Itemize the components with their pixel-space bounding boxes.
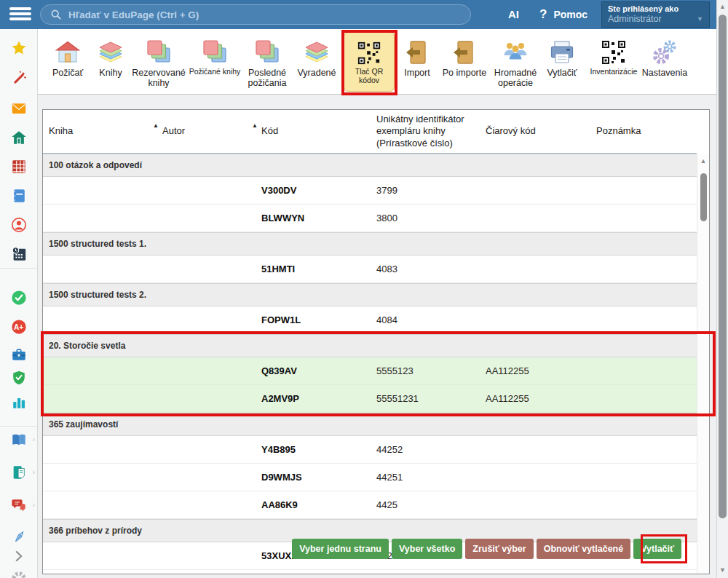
open-book-icon xyxy=(11,432,27,448)
scroll-up-icon[interactable]: ▲ xyxy=(697,157,709,165)
doc-book-icon xyxy=(11,464,27,480)
column-label: Unikátny identifikátor exempláru knihy (… xyxy=(376,114,474,149)
sidebar-item-home[interactable] xyxy=(0,129,37,146)
table-scrollbar[interactable]: ▲ ▼ xyxy=(697,154,709,574)
cell-barcode: AA112255 xyxy=(486,393,596,404)
table-header: Kniha▲Autor▲KódUnikátny identifikátor ex… xyxy=(43,110,697,154)
sidebar-item-open-book[interactable]: › xyxy=(0,431,37,448)
sidebar-item-chat-bubbles[interactable]: › xyxy=(0,496,37,514)
search-input[interactable]: Hľadať v EduPage (Ctrl + G) xyxy=(40,4,471,25)
book-copy-row[interactable]: V300DV3799 xyxy=(43,177,697,205)
book-group-row[interactable]: 100 otázok a odpovedí xyxy=(43,154,697,177)
tool-label: Vyradené xyxy=(283,68,350,78)
cell-kod: D9WMJS xyxy=(261,472,376,483)
cell-uid: 55551231 xyxy=(376,393,486,404)
qr-code-icon xyxy=(601,39,627,66)
book-copy-row[interactable]: D9WMJS44251 xyxy=(43,464,697,491)
obnovi-vytla-en--button[interactable]: Obnoviť vytlačené xyxy=(537,539,631,559)
column-header-4[interactable]: Unikátny identifikátor exempláru knihy (… xyxy=(376,110,486,153)
book-copy-row[interactable]: Q839AV5555123AA112255 xyxy=(43,357,697,385)
cell-uid: 3799 xyxy=(376,185,486,196)
book-copy-row[interactable]: A2MV9P55551231AA112255 xyxy=(43,385,697,413)
person-icon xyxy=(11,217,27,233)
user-menu[interactable]: Ste prihlásený ako Administrátor ▼ xyxy=(601,1,710,28)
shield-check-icon xyxy=(11,370,27,386)
grade-a-icon: A+ xyxy=(11,319,27,335)
edupage-window: Hľadať v EduPage (Ctrl + G) AI ? Pomoc S… xyxy=(0,0,728,578)
import-door-icon xyxy=(451,39,478,66)
sidebar-item-calendar-clock[interactable] xyxy=(0,245,37,263)
cell-kod: BLWWYN xyxy=(261,213,376,223)
toolbar: PožičaťKnihyRezervované knihyPožičané kn… xyxy=(38,29,716,95)
sort-asc-icon: ▲ xyxy=(252,122,258,130)
table-scrollbar-thumb[interactable] xyxy=(700,173,707,221)
page-scrollbar-thumb[interactable] xyxy=(719,15,727,518)
notebook-icon xyxy=(11,188,27,204)
search-icon xyxy=(50,9,62,20)
column-header-5[interactable]: Čiarový kód xyxy=(486,110,596,153)
cell-kod: 51HMTI xyxy=(261,264,376,274)
svg-text:A+: A+ xyxy=(13,323,23,331)
cell-kod: Y4B895 xyxy=(261,444,376,455)
sidebar-item-expand-chevron[interactable] xyxy=(0,547,37,565)
vytla-i--button[interactable]: Vytlačiť xyxy=(633,539,681,559)
sidebar-item-notebook[interactable] xyxy=(0,187,37,205)
column-header-1[interactable]: Kniha▲ xyxy=(49,110,162,153)
import-door-icon xyxy=(404,39,430,66)
tool-vyraden-[interactable]: Vyradené xyxy=(283,35,350,78)
printer-icon xyxy=(549,39,575,66)
book-copy-row[interactable]: 51HMTI4083 xyxy=(43,256,697,283)
cell-uid: 5555123 xyxy=(376,365,486,376)
cell-uid: 4084 xyxy=(376,314,486,325)
gears-icon xyxy=(652,39,678,66)
sidebar-item-mail[interactable] xyxy=(0,100,37,117)
check-circle-icon xyxy=(11,290,27,306)
book-group-row[interactable]: 1500 structured tests 2. xyxy=(43,283,697,306)
bar-chart-icon xyxy=(11,395,27,411)
ai-button[interactable]: AI xyxy=(508,8,519,20)
vyber-v-etko-button[interactable]: Vyber všetko xyxy=(392,539,462,559)
sidebar-item-pen[interactable] xyxy=(0,528,37,546)
book-group-row[interactable]: 1500 structured tests 1. xyxy=(43,232,697,256)
book-copy-row[interactable]: Y4B89544252 xyxy=(43,436,697,464)
cards-icon xyxy=(202,39,228,66)
book-copy-row[interactable]: AA86K94425 xyxy=(43,491,697,519)
menu-icon[interactable] xyxy=(9,7,31,23)
sidebar-item-check-circle[interactable] xyxy=(0,289,37,306)
sidebar-item-doc-book[interactable]: › xyxy=(0,464,37,481)
column-header-3[interactable]: Kód xyxy=(261,110,376,153)
sidebar-item-shield-check[interactable] xyxy=(0,369,37,387)
book-copy-row[interactable]: FOPW1L4084 xyxy=(43,306,697,334)
sidebar-item-magic-wand[interactable] xyxy=(0,70,37,87)
tool-nastavenia[interactable]: Nastavenia xyxy=(631,35,698,78)
book-group-row[interactable]: 365 zaujímavostí xyxy=(43,413,697,436)
book-copy-row[interactable]: BLWWYN3800 xyxy=(43,205,697,232)
sidebar-item-person[interactable] xyxy=(0,216,37,234)
chevron-down-icon: ▼ xyxy=(697,14,703,25)
sidebar-item-timetable[interactable] xyxy=(0,158,37,175)
help-button[interactable]: ? Pomoc xyxy=(539,7,587,22)
qr-code-icon xyxy=(357,41,381,66)
column-label: Čiarový kód xyxy=(486,125,536,137)
pen-icon xyxy=(11,529,27,545)
column-header-2[interactable]: Autor▲ xyxy=(162,110,261,153)
scroll-up-icon[interactable]: ▲ xyxy=(717,3,728,10)
column-header-6[interactable]: Poznámka xyxy=(596,110,697,153)
sidebar-item-bar-chart[interactable] xyxy=(0,394,37,411)
scroll-down-icon[interactable]: ▼ xyxy=(717,566,728,574)
search-placeholder: Hľadať v EduPage (Ctrl + G) xyxy=(68,9,199,20)
sidebar-item-grade-a[interactable]: A+ xyxy=(0,318,37,336)
home-icon xyxy=(11,130,27,146)
vyber-jednu-stranu-button[interactable]: Vyber jednu stranu xyxy=(292,539,389,559)
page-scrollbar[interactable]: ▲ ▼ xyxy=(716,0,728,578)
mail-icon xyxy=(11,100,27,116)
cell-kod: AA86K9 xyxy=(261,499,376,510)
chat-bubbles-icon xyxy=(11,497,27,513)
book-group-row[interactable]: 20. Storočie svetla xyxy=(43,334,697,357)
calendar-clock-icon xyxy=(11,246,27,262)
cell-uid: 44251 xyxy=(376,472,486,483)
sidebar-item-star[interactable] xyxy=(0,39,37,57)
zru-i-v-ber-button[interactable]: Zrušiť výber xyxy=(465,539,533,559)
sidebar-item-briefcase[interactable] xyxy=(0,346,37,363)
cell-uid: 4083 xyxy=(376,264,486,274)
